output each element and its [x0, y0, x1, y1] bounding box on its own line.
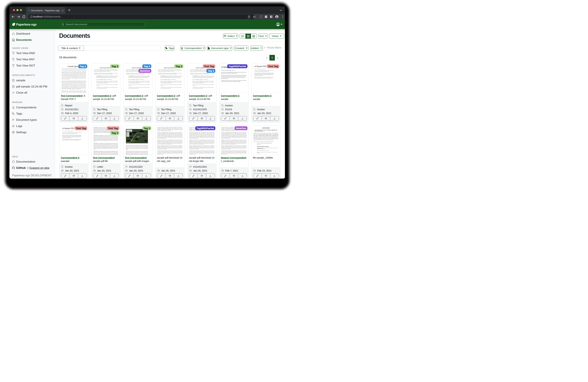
svg-text:Boundary Waters Trip: Boundary Waters Trip	[127, 130, 134, 131]
svg-text:Day 3: Day 3	[127, 134, 128, 135]
svg-text:Six days in BWCA: Six days in BWCA	[127, 131, 131, 131]
svg-text:?: ?	[13, 161, 14, 163]
svg-text:Day 2: Day 2	[127, 134, 128, 134]
svg-text:Day 5: Day 5	[127, 135, 128, 136]
svg-text:Day 1: Day 1	[127, 133, 128, 134]
svg-text:Legend: Legend	[127, 132, 128, 133]
svg-text:Google Earth: Google Earth	[126, 142, 131, 143]
svg-text:Day 6: Day 6	[127, 136, 128, 137]
svg-text:Day 4: Day 4	[127, 135, 128, 135]
